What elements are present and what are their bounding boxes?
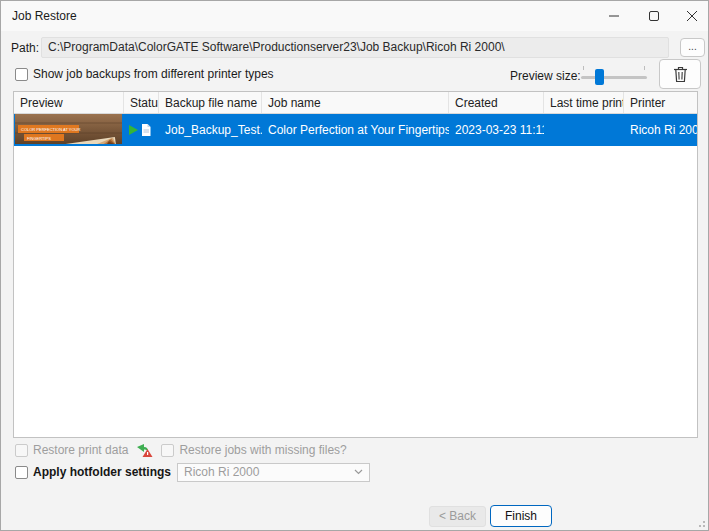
path-label: Path: bbox=[11, 41, 39, 55]
table-row[interactable]: COLOR PERFECTION AT YOUR FINGERTIPS Job_… bbox=[14, 114, 697, 146]
titlebar[interactable]: Job Restore bbox=[1, 1, 709, 31]
column-header-printer[interactable]: Printer bbox=[624, 92, 697, 113]
restore-missing-files-checkbox[interactable] bbox=[161, 444, 174, 457]
preview-size-label: Preview size: bbox=[510, 69, 581, 83]
show-backups-checkbox[interactable] bbox=[15, 68, 28, 81]
close-button[interactable] bbox=[674, 1, 709, 31]
preview-caption-line1: COLOR PERFECTION AT YOUR bbox=[21, 126, 80, 131]
delete-backup-button[interactable] bbox=[659, 59, 701, 89]
job-restore-dialog: Job Restore Path: C:\ProgramData\ColorGA… bbox=[0, 0, 709, 531]
path-field[interactable]: C:\ProgramData\ColorGATE Software\Produc… bbox=[41, 37, 669, 58]
document-icon bbox=[141, 124, 151, 136]
finish-button[interactable]: Finish bbox=[490, 505, 552, 527]
column-header-preview[interactable]: Preview bbox=[14, 92, 124, 113]
restore-print-data-checkbox[interactable] bbox=[15, 444, 28, 457]
close-icon bbox=[687, 11, 697, 21]
apply-hotfolder-checkbox[interactable] bbox=[15, 466, 28, 479]
show-backups-label: Show job backups from different printer … bbox=[33, 67, 274, 81]
maximize-button[interactable] bbox=[634, 1, 674, 31]
slider-tick-start bbox=[583, 66, 584, 70]
backup-jobs-table: Preview Status Backup file name Job name… bbox=[13, 91, 698, 438]
preview-image: COLOR PERFECTION AT YOUR FINGERTIPS bbox=[15, 114, 122, 144]
window-title: Job Restore bbox=[12, 9, 77, 23]
missing-file-warning-icon bbox=[136, 443, 153, 458]
backup-file-name-cell: Job_Backup_Test.cjbak bbox=[159, 123, 262, 137]
table-header-row: Preview Status Backup file name Job name… bbox=[14, 92, 697, 114]
minimize-button[interactable] bbox=[594, 1, 634, 31]
printer-cell: Ricoh Ri 2000 bbox=[624, 123, 697, 137]
column-header-backup-file-name[interactable]: Backup file name bbox=[159, 92, 262, 113]
show-backups-checkbox-row[interactable]: Show job backups from different printer … bbox=[15, 67, 274, 81]
play-icon bbox=[129, 125, 138, 135]
job-name-cell: Color Perfection at Your Fingertips-1.pn… bbox=[262, 123, 449, 137]
column-header-created[interactable]: Created bbox=[449, 92, 544, 113]
job-status-cell bbox=[124, 124, 159, 136]
restore-missing-files-label: Restore jobs with missing files? bbox=[179, 443, 346, 457]
column-header-job-name[interactable]: Job name bbox=[262, 92, 449, 113]
restore-print-data-label: Restore print data bbox=[33, 443, 128, 457]
hotfolder-printer-value: Ricoh Ri 2000 bbox=[184, 465, 259, 479]
browse-button[interactable]: ... bbox=[680, 38, 705, 57]
apply-hotfolder-label: Apply hotfolder settings bbox=[33, 465, 171, 479]
slider-track[interactable] bbox=[581, 76, 647, 79]
trash-icon bbox=[673, 66, 688, 83]
preview-size-slider[interactable] bbox=[581, 63, 647, 87]
slider-tick-end bbox=[644, 66, 645, 70]
back-button[interactable]: < Back bbox=[429, 506, 486, 527]
created-cell: 2023-03-23 11:11:02 bbox=[449, 123, 544, 137]
job-preview-thumbnail: COLOR PERFECTION AT YOUR FINGERTIPS bbox=[14, 113, 124, 148]
column-header-status[interactable]: Status bbox=[124, 92, 159, 113]
preview-caption-line2: FINGERTIPS bbox=[27, 135, 51, 140]
maximize-icon bbox=[649, 11, 659, 21]
minimize-icon bbox=[609, 11, 619, 21]
slider-handle[interactable] bbox=[595, 69, 604, 85]
hotfolder-settings-row: Apply hotfolder settings Ricoh Ri 2000 bbox=[15, 462, 370, 482]
column-header-last-time-printed[interactable]: Last time printed bbox=[544, 92, 624, 113]
chevron-down-icon bbox=[354, 469, 363, 475]
restore-options-row: Restore print data Restore jobs with mis… bbox=[15, 441, 347, 459]
hotfolder-printer-select[interactable]: Ricoh Ri 2000 bbox=[177, 463, 370, 482]
resize-grip[interactable] bbox=[697, 519, 705, 527]
